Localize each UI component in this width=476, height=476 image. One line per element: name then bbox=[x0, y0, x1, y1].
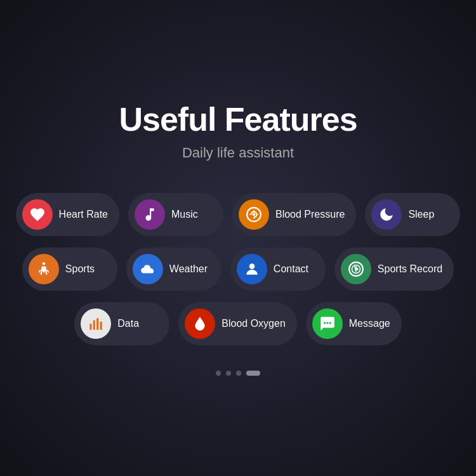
sports-record-label: Sports Record bbox=[378, 263, 442, 275]
dot[interactable] bbox=[236, 371, 241, 376]
feature-pill-weather[interactable]: Weather bbox=[126, 248, 221, 291]
data-icon bbox=[81, 308, 111, 339]
pagination bbox=[216, 371, 260, 376]
page-title: Useful Features bbox=[119, 100, 357, 138]
feature-pill-music[interactable]: Music bbox=[128, 193, 223, 236]
weather-label: Weather bbox=[169, 263, 208, 275]
svg-point-2 bbox=[43, 262, 45, 265]
svg-point-6 bbox=[355, 268, 357, 270]
message-icon bbox=[312, 308, 343, 339]
svg-point-3 bbox=[249, 263, 255, 269]
sports-icon bbox=[29, 254, 59, 284]
data-label: Data bbox=[117, 318, 139, 329]
sleep-icon bbox=[371, 199, 402, 230]
feature-row-1: SportsWeatherContactSports Record bbox=[22, 248, 454, 291]
music-label: Music bbox=[171, 209, 198, 220]
svg-rect-8 bbox=[93, 321, 95, 330]
music-icon bbox=[135, 199, 165, 230]
blood-pressure-icon bbox=[239, 199, 269, 230]
sports-record-icon bbox=[341, 254, 371, 284]
heart-rate-label: Heart Rate bbox=[59, 209, 108, 220]
svg-point-1 bbox=[253, 213, 255, 216]
feature-pill-message[interactable]: Message bbox=[306, 302, 402, 345]
dot-active[interactable] bbox=[246, 371, 260, 376]
svg-point-12 bbox=[326, 322, 328, 324]
dot[interactable] bbox=[216, 371, 221, 376]
sleep-label: Sleep bbox=[408, 209, 434, 220]
feature-row-0: Heart RateMusicBlood PressureSleep bbox=[16, 193, 461, 236]
weather-icon bbox=[133, 254, 163, 284]
feature-pill-blood-oxygen[interactable]: Blood Oxygen bbox=[178, 302, 297, 345]
message-label: Message bbox=[349, 318, 390, 329]
contact-label: Contact bbox=[274, 263, 308, 275]
sports-label: Sports bbox=[65, 263, 95, 275]
feature-pill-sleep[interactable]: Sleep bbox=[365, 193, 460, 236]
contact-icon bbox=[237, 254, 267, 284]
features-grid: Heart RateMusicBlood PressureSleepSports… bbox=[16, 193, 461, 345]
feature-pill-heart-rate[interactable]: Heart Rate bbox=[16, 193, 119, 236]
blood-oxygen-icon bbox=[185, 308, 215, 339]
svg-rect-10 bbox=[100, 322, 102, 330]
svg-rect-9 bbox=[96, 318, 98, 329]
feature-pill-contact[interactable]: Contact bbox=[230, 248, 326, 291]
svg-rect-7 bbox=[90, 324, 92, 330]
dot[interactable] bbox=[226, 371, 231, 376]
feature-row-2: DataBlood OxygenMessage bbox=[74, 302, 401, 345]
page-subtitle: Daily life assistant bbox=[182, 145, 294, 161]
feature-pill-blood-pressure[interactable]: Blood Pressure bbox=[232, 193, 356, 236]
feature-pill-data[interactable]: Data bbox=[74, 302, 169, 345]
svg-point-11 bbox=[324, 322, 326, 324]
svg-point-13 bbox=[329, 322, 331, 324]
feature-pill-sports-record[interactable]: Sports Record bbox=[334, 248, 454, 291]
blood-pressure-label: Blood Pressure bbox=[275, 209, 345, 220]
heart-rate-icon bbox=[22, 199, 53, 230]
blood-oxygen-label: Blood Oxygen bbox=[221, 318, 286, 329]
feature-pill-sports[interactable]: Sports bbox=[22, 248, 117, 291]
